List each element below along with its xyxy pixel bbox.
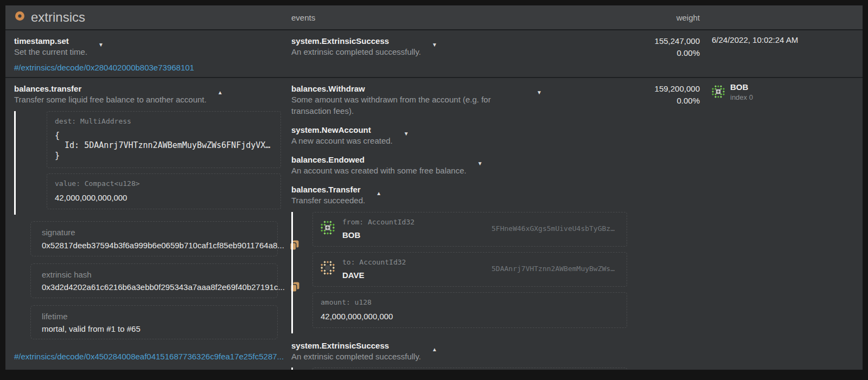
- signer-name: BOB: [730, 83, 753, 92]
- event-description: An extrinsic completed successfully.: [291, 351, 421, 362]
- caret-down-icon[interactable]: [432, 42, 437, 48]
- signature-box: signature 0x52817deeb37594b3f6a999b6e065…: [30, 221, 278, 256]
- event-header-balances-withdraw[interactable]: balances.Withdraw Some amount was withdr…: [291, 83, 629, 117]
- call-params: dest: MultiAddress { Id: 5DAAnrj7VHTznn2…: [14, 111, 282, 215]
- extrinsic-row-timestamp-set: timestamp.set Set the current time. #/ex…: [5, 30, 863, 78]
- extrinsics-header: extrinsics: [5, 10, 288, 25]
- caret-up-icon[interactable]: [432, 347, 437, 352]
- caret-up-icon[interactable]: [218, 90, 223, 95]
- event-header[interactable]: system.ExtrinsicSuccess An extrinsic com…: [291, 35, 629, 57]
- param-label: dest: MultiAddress: [55, 117, 273, 125]
- weight-percent: 0.00%: [635, 47, 700, 59]
- record-icon: [14, 10, 25, 25]
- param-value-amount: value: Compact<u128> 42,000,000,000,000: [47, 173, 281, 209]
- identicon-dave[interactable]: [321, 261, 335, 276]
- extrinsics-panel: extrinsics events weight timestamp.set S…: [5, 5, 863, 370]
- signer-index: index 0: [730, 93, 753, 101]
- signature-label: signature: [42, 227, 272, 239]
- caret-down-icon[interactable]: [404, 131, 409, 137]
- event-params-extrinsicsuccess: dispatchInfo: FrameSupportWeightsDispatc…: [291, 368, 629, 370]
- call-description: Set the current time.: [14, 47, 87, 57]
- event-description: An account was created with some free ba…: [291, 165, 467, 176]
- account-address: 5FHneW46xGXgs5mUiveU4sbTyGBz…: [492, 224, 619, 233]
- param-label: value: Compact<u128>: [55, 179, 273, 188]
- decode-link[interactable]: #/extrinsics/decode/0x280402000b803e7396…: [14, 63, 194, 72]
- block-timestamp: 6/24/2022, 10:02:24 AM: [712, 35, 863, 44]
- param-value: { Id: 5DAAnrj7VHTznn2AWBemMuyBwZWs6FNFjd…: [55, 131, 273, 161]
- param-dispatchinfo: dispatchInfo: FrameSupportWeightsDispatc…: [312, 368, 627, 370]
- decode-link[interactable]: #/extrinsics/decode/0x450284008eaf041516…: [14, 352, 284, 361]
- param-from-account: from: AccountId32 BOB 5FHneW46xGXgs5mUiv…: [312, 212, 627, 247]
- event-header-system-extrinsicsuccess[interactable]: system.ExtrinsicSuccess An extrinsic com…: [291, 340, 629, 362]
- param-amount: amount: u128 42,000,000,000,000: [312, 292, 627, 328]
- signer[interactable]: BOB index 0: [712, 83, 863, 101]
- identicon-bob[interactable]: [321, 221, 335, 236]
- call-name: timestamp.set: [14, 35, 87, 47]
- extrinsic-hash-label: extrinsic hash: [42, 269, 272, 281]
- extrinsic-hash-value: 0x3d2d4202a61c6216b6a3ebb0f295343a7aaa8f…: [42, 282, 285, 292]
- event-description: A new account was created.: [291, 136, 393, 146]
- param-to-account: to: AccountId32 DAVE 5DAAnrj7VHTznn2AWBe…: [312, 252, 627, 287]
- table-header: extrinsics events weight: [5, 5, 863, 30]
- event-params-balances-transfer: from: AccountId32 BOB 5FHneW46xGXgs5mUiv…: [291, 212, 629, 333]
- param-value: 42,000,000,000,000: [55, 193, 273, 202]
- event-description: Transfer succeeded.: [291, 195, 365, 206]
- identicon-bob[interactable]: [712, 85, 725, 100]
- event-name: balances.Endowed: [291, 154, 467, 165]
- event-name: system.ExtrinsicSuccess: [291, 340, 421, 351]
- call-name: balances.transfer: [14, 83, 207, 94]
- lifetime-box: lifetime mortal, valid from #1 to #65: [30, 305, 278, 339]
- panel-title: extrinsics: [31, 10, 85, 25]
- caret-up-icon[interactable]: [376, 191, 381, 196]
- event-description: Some amount was withdrawn from the accou…: [291, 94, 526, 117]
- weight-value: 155,247,000: [635, 35, 700, 47]
- signature-value: 0x52817deeb37594b3f6a999b6e0659b710caf1c…: [42, 241, 284, 250]
- param-label: amount: u128: [321, 298, 619, 306]
- extrinsic-hash-box: extrinsic hash 0x3d2d4202a61c6216b6a3ebb…: [30, 263, 278, 299]
- account-name: DAVE: [342, 270, 406, 280]
- event-name: balances.Transfer: [291, 184, 365, 195]
- event-name: system.NewAccount: [291, 124, 393, 136]
- caret-down-icon[interactable]: [537, 90, 542, 95]
- call-header[interactable]: timestamp.set Set the current time.: [14, 35, 282, 57]
- column-header-events: events: [288, 13, 635, 22]
- event-name: balances.Withdraw: [291, 83, 526, 94]
- lifetime-value: mortal, valid from #1 to #65: [42, 324, 141, 333]
- account-name: BOB: [342, 230, 414, 240]
- event-header-balances-transfer[interactable]: balances.Transfer Transfer succeeded.: [291, 184, 629, 206]
- param-dest: dest: MultiAddress { Id: 5DAAnrj7VHTznn2…: [47, 111, 281, 168]
- caret-down-icon[interactable]: [98, 42, 104, 48]
- event-header-system-newaccount[interactable]: system.NewAccount A new account was crea…: [291, 124, 629, 146]
- param-value: 42,000,000,000,000: [321, 312, 619, 321]
- account-address: 5DAAnrj7VHTznn2AWBemMuyBwZWs…: [492, 265, 619, 273]
- param-label: to: AccountId32: [342, 258, 406, 266]
- weight-percent: 0.00%: [635, 95, 700, 107]
- lifetime-label: lifetime: [42, 311, 272, 323]
- call-description: Transfer some liquid free balance to ano…: [14, 94, 207, 105]
- column-header-weight: weight: [635, 13, 705, 22]
- event-description: An extrinsic completed successfully.: [291, 47, 421, 57]
- weight-value: 159,200,000: [635, 83, 700, 95]
- caret-down-icon[interactable]: [477, 161, 483, 166]
- extrinsic-row-balances-transfer: balances.transfer Transfer some liquid f…: [5, 78, 863, 370]
- param-label: from: AccountId32: [342, 218, 414, 226]
- call-header[interactable]: balances.transfer Transfer some liquid f…: [14, 83, 282, 105]
- event-name: system.ExtrinsicSuccess: [291, 35, 421, 47]
- event-header-balances-endowed[interactable]: balances.Endowed An account was created …: [291, 154, 629, 176]
